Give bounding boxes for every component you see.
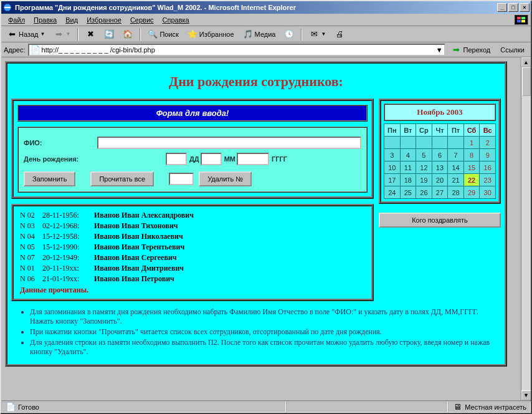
stop-button[interactable]: ✖ xyxy=(82,28,98,41)
menu-tools[interactable]: Сервис xyxy=(126,15,158,25)
links-button[interactable]: Ссылки xyxy=(496,45,528,55)
calendar-day[interactable]: 29 xyxy=(463,186,480,199)
media-button[interactable]: 🎵Медиа xyxy=(240,28,279,41)
calendar-day[interactable]: 6 xyxy=(432,149,448,161)
status-zone: Местная интрасеть xyxy=(465,403,526,411)
calendar-day[interactable]: 27 xyxy=(432,186,448,199)
menu-favorites[interactable]: Избранное xyxy=(82,15,126,25)
ie-window: Программа "Дни рождения сотрудников" Wla… xyxy=(0,0,532,414)
calendar-day[interactable]: 12 xyxy=(416,161,432,174)
calendar-day[interactable]: 20 xyxy=(432,174,448,186)
calendar-day[interactable]: 22 xyxy=(463,174,480,186)
instruction-item: Для удаления строки из памяти необходимо… xyxy=(30,338,495,357)
menu-file[interactable]: Файл xyxy=(4,15,29,25)
save-button[interactable]: Запомнить xyxy=(24,171,75,186)
calendar-day[interactable]: 9 xyxy=(480,149,496,161)
search-button[interactable]: 🔍Поиск xyxy=(145,28,181,41)
calendar-day[interactable]: 18 xyxy=(400,174,416,186)
fio-input[interactable] xyxy=(97,137,361,149)
forward-button[interactable]: ➡▼ xyxy=(50,28,74,41)
refresh-button[interactable]: 🔄 xyxy=(101,28,117,41)
menu-view[interactable]: Вид xyxy=(61,15,82,25)
home-button[interactable]: 🏠 xyxy=(120,28,136,41)
nav-toolbar: ⬅ Назад ▼ ➡▼ ✖ 🔄 🏠 🔍Поиск ⭐Избранное 🎵Ме… xyxy=(1,26,531,42)
calendar-dow: Пт xyxy=(448,124,464,137)
calendar-day[interactable]: 30 xyxy=(480,186,496,199)
svg-rect-2 xyxy=(521,17,525,19)
calendar-day[interactable]: 15 xyxy=(463,161,480,174)
menubar: Файл Правка Вид Избранное Сервис Справка xyxy=(1,14,531,26)
calendar-day[interactable]: 21 xyxy=(448,174,464,186)
address-dropdown-icon[interactable]: ▼ xyxy=(436,46,443,54)
maximize-button[interactable]: □ xyxy=(508,3,518,12)
record-row: N 0120-11-19xx: Иванов Иван Дмитриевич xyxy=(20,263,365,274)
read-all-button[interactable]: Прочитать все xyxy=(90,171,154,186)
delete-number-input[interactable] xyxy=(169,173,194,185)
scroll-down-icon[interactable]: ▼ xyxy=(521,390,531,400)
print-icon: 🖨 xyxy=(335,29,344,39)
address-field-wrap: 📄 ▼ xyxy=(28,44,445,56)
records-panel: N 0228-11-1956: Иванов Иван Александрови… xyxy=(11,204,374,301)
calendar-day[interactable]: 19 xyxy=(416,174,432,186)
calendar-dow: Ср xyxy=(416,124,432,137)
calendar-day[interactable]: 7 xyxy=(448,149,464,161)
close-button[interactable]: × xyxy=(520,3,530,12)
mm-label: ММ xyxy=(224,155,235,163)
minimize-button[interactable]: _ xyxy=(497,3,507,12)
year-input[interactable] xyxy=(237,153,269,165)
calendar-day[interactable]: 10 xyxy=(384,161,401,174)
calendar-day[interactable]: 13 xyxy=(432,161,448,174)
calendar-day[interactable]: 3 xyxy=(384,149,401,161)
calendar-day[interactable]: 25 xyxy=(400,186,416,199)
menu-help[interactable]: Справка xyxy=(158,15,194,25)
address-bar: Адрес: 📄 ▼ ➡ Переход Ссылки xyxy=(1,42,531,57)
mail-button[interactable]: ✉▼ xyxy=(306,28,329,41)
favorites-icon: ⭐ xyxy=(188,29,197,39)
address-label: Адрес: xyxy=(4,46,26,54)
calendar-dow: Чт xyxy=(432,124,448,137)
day-input[interactable] xyxy=(166,153,187,165)
history-button[interactable]: 🕓 xyxy=(281,28,297,41)
ie-icon xyxy=(2,2,12,12)
address-input[interactable] xyxy=(40,46,436,54)
calendar-day[interactable]: 14 xyxy=(448,161,464,174)
back-arrow-icon: ⬅ xyxy=(7,29,17,39)
scroll-up-icon[interactable]: ▲ xyxy=(521,57,531,67)
yyyy-label: ГГГГ xyxy=(272,155,287,163)
month-input[interactable] xyxy=(201,153,222,165)
instruction-item: При нажатии кнопки "Прочитать" читается … xyxy=(30,327,495,337)
calendar-day[interactable]: 23 xyxy=(480,174,496,186)
calendar-day[interactable]: 1 xyxy=(463,137,480,149)
record-row: N 0228-11-1956: Иванов Иван Александрови… xyxy=(20,210,365,221)
calendar-dow: Сб xyxy=(463,124,480,137)
print-button[interactable]: 🖨 xyxy=(331,28,348,41)
dd-label: ДД xyxy=(189,155,199,163)
back-button[interactable]: ⬅ Назад ▼ xyxy=(4,28,48,41)
calendar-day[interactable]: 2 xyxy=(480,137,496,149)
favorites-button[interactable]: ⭐Избранное xyxy=(184,28,237,41)
go-button[interactable]: ➡ Переход xyxy=(448,44,495,56)
scroll-thumb[interactable] xyxy=(522,67,531,96)
calendar-day[interactable]: 28 xyxy=(448,186,464,199)
congratulate-button[interactable]: Кого поздравлять xyxy=(379,213,501,228)
calendar-empty xyxy=(432,137,448,149)
menu-edit[interactable]: Правка xyxy=(29,15,61,25)
calendar-day[interactable]: 24 xyxy=(384,186,401,199)
delete-button[interactable]: Удалить № xyxy=(199,171,252,186)
calendar-day[interactable]: 4 xyxy=(400,149,416,161)
record-row: N 0415-12-1958: Иванов Иван Николаевич xyxy=(20,231,365,242)
record-row: N 0720-12-1949: Иванов Иван Сергеевич xyxy=(20,253,365,263)
calendar-day[interactable]: 5 xyxy=(416,149,432,161)
vertical-scrollbar[interactable]: ▲ ▼ xyxy=(521,57,531,400)
calendar-day[interactable]: 26 xyxy=(416,186,432,199)
stop-icon: ✖ xyxy=(85,29,95,39)
history-icon: 🕓 xyxy=(284,29,294,39)
calendar-day[interactable]: 16 xyxy=(480,161,496,174)
calendar-day[interactable]: 11 xyxy=(400,161,416,174)
viewport: Дни рождения сотрудников: Форма для ввод… xyxy=(1,57,531,400)
calendar-day[interactable]: 17 xyxy=(384,174,401,186)
statusbar: 📄 Готово 🖥 Местная интрасеть xyxy=(1,400,531,413)
calendar-empty xyxy=(384,137,401,149)
status-ready: Готово xyxy=(18,403,39,411)
calendar-day[interactable]: 8 xyxy=(463,149,480,161)
